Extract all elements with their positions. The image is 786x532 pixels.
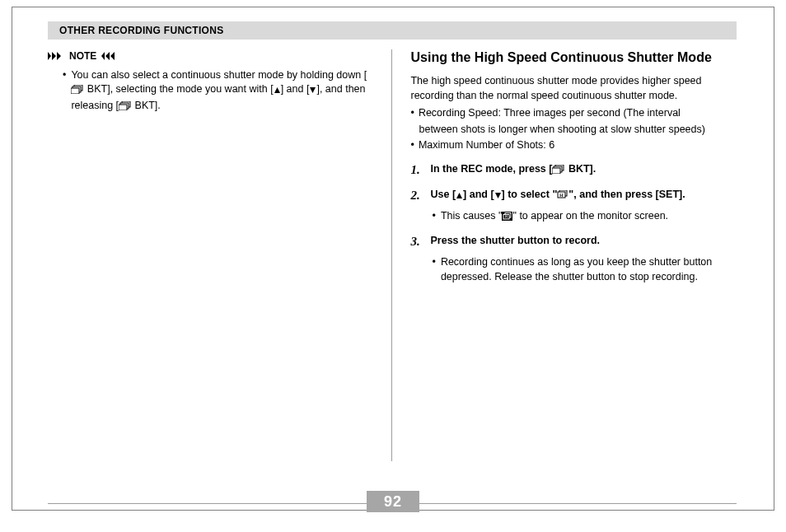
left-column: NOTE • You can also select a continuous … [48, 49, 390, 461]
sub-text: Recording continues as long as you keep … [441, 255, 737, 284]
note-heading: NOTE [48, 49, 377, 63]
svg-rect-5 [119, 105, 127, 110]
section-title: Using the High Speed Continuous Shutter … [410, 49, 737, 66]
list-text: Recording Speed: Three images per second… [419, 106, 681, 121]
step-number: 1. [410, 161, 423, 179]
section-header-title: OTHER RECORDING FUNCTIONS [59, 25, 224, 36]
step-2: 2. Use [] and [] to select "H", and then… [410, 187, 737, 204]
step-body: In the REC mode, press [ BKT]. [430, 161, 737, 178]
text-frag: BKT]. [132, 100, 161, 111]
list-text: Maximum Number of Shots: 6 [419, 138, 554, 153]
list-item: • Maximum Number of Shots: 6 [410, 138, 737, 153]
text-frag: You can also select a continuous shutter… [71, 69, 367, 81]
content-columns: NOTE • You can also select a continuous … [48, 49, 737, 461]
note-text: You can also select a continuous shutter… [71, 68, 377, 115]
up-triangle-icon [274, 84, 281, 99]
right-column: Using the High Speed Continuous Shutter … [394, 49, 737, 461]
step-number: 2. [410, 187, 423, 204]
down-triangle-icon [494, 189, 502, 203]
step-body: Press the shutter button to record. [430, 233, 737, 248]
hs-shutter-inverted-icon: H [502, 211, 512, 226]
list-text: between shots is longer when shooting at… [419, 123, 704, 138]
section-header: OTHER RECORDING FUNCTIONS [48, 21, 737, 40]
text-frag: In the REC mode, press [ [430, 163, 552, 175]
list-item-continuation: between shots is longer when shooting at… [410, 123, 737, 138]
svg-rect-8 [552, 168, 560, 174]
note-left-arrows-icon [101, 52, 118, 60]
note-right-arrows-icon [48, 52, 64, 60]
page-number-tab: 92 [367, 491, 419, 512]
text-frag: BKT], selecting the mode you want with [ [84, 83, 273, 95]
bullet-dot: • [410, 138, 414, 153]
page-number: 92 [384, 493, 402, 511]
svg-rect-2 [71, 88, 79, 94]
text-frag: ", and then press [SET]. [568, 189, 685, 200]
column-divider [391, 49, 392, 461]
step-1: 1. In the REC mode, press [ BKT]. [410, 161, 737, 179]
step-3: 3. Press the shutter button to record. [410, 233, 737, 250]
bkt-stack-icon [71, 84, 84, 99]
up-triangle-icon [456, 189, 463, 203]
text-frag: ] to select " [502, 189, 558, 200]
bullet-dot: • [63, 68, 66, 115]
step-3-sub: • Recording continues as long as you kee… [410, 255, 737, 284]
list-item: • Recording Speed: Three images per seco… [410, 106, 737, 121]
note-bullet: • You can also select a continuous shutt… [48, 68, 377, 115]
bullet-dot: • [432, 255, 435, 284]
svg-text:H: H [560, 193, 564, 198]
spec-list: • Recording Speed: Three images per seco… [410, 106, 737, 153]
text-frag: " to appear on the monitor screen. [512, 210, 668, 222]
text-frag: ] and [ [463, 189, 494, 200]
text-frag: ] and [ [281, 83, 310, 95]
intro-paragraph: The high speed continuous shutter mode p… [410, 74, 737, 103]
text-frag: BKT]. [565, 163, 596, 175]
text-frag: Use [ [430, 189, 456, 200]
bkt-stack-icon [119, 100, 132, 115]
step-2-sub: • This causes "H" to appear on the monit… [410, 209, 737, 226]
step-body: Use [] and [] to select "H", and then pr… [430, 187, 737, 203]
text-frag: This causes " [441, 210, 503, 222]
step-number: 3. [410, 233, 423, 250]
sub-text: This causes "H" to appear on the monitor… [441, 209, 668, 226]
svg-text:H: H [505, 214, 508, 219]
hs-shutter-icon: H [557, 189, 568, 203]
bullet-dot: • [410, 106, 414, 121]
bkt-stack-icon [552, 163, 565, 178]
bullet-dot: • [432, 209, 435, 226]
note-label: NOTE [69, 49, 96, 63]
